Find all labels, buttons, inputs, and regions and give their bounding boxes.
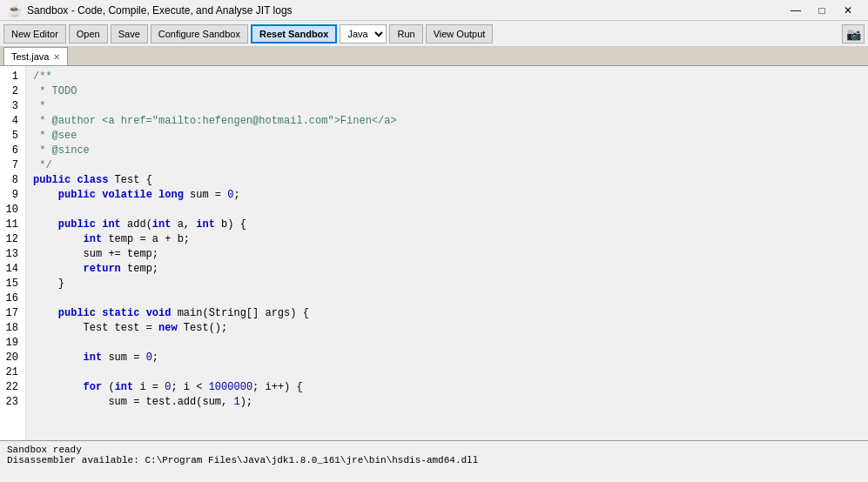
run-button[interactable]: Run [389, 24, 422, 44]
main-content: 1 2 3 4 5 6 7 8 9 10 11 12 13 14 15 16 1… [0, 66, 868, 482]
open-button[interactable]: Open [69, 24, 108, 44]
tabs-bar: Test.java ✕ [0, 47, 868, 66]
tab-label: Test.java [11, 51, 49, 62]
new-editor-button[interactable]: New Editor [3, 24, 66, 44]
minimize-button[interactable]: — [783, 2, 809, 19]
app-icon: ☕ [7, 3, 22, 17]
camera-button[interactable]: 📷 [842, 24, 865, 44]
code-editor[interactable]: /** * TODO * * @author <a href="mailto:h… [26, 66, 868, 440]
title-bar: ☕ Sandbox - Code, Compile, Execute, and … [0, 0, 868, 21]
configure-sandbox-button[interactable]: Configure Sandbox [151, 24, 248, 44]
status-bar: Sandbox ready Disassembler available: C:… [0, 440, 868, 482]
save-button[interactable]: Save [111, 24, 148, 44]
title-controls: — □ ✕ [783, 2, 861, 19]
tab-test-java[interactable]: Test.java ✕ [3, 47, 68, 65]
toolbar: New Editor Open Save Configure Sandbox R… [0, 21, 868, 47]
language-select[interactable]: Java [340, 24, 387, 44]
line-numbers: 1 2 3 4 5 6 7 8 9 10 11 12 13 14 15 16 1… [0, 66, 26, 440]
tab-close-icon[interactable]: ✕ [53, 52, 60, 62]
maximize-button[interactable]: □ [809, 2, 835, 19]
app-title: Sandbox - Code, Compile, Execute, and An… [27, 4, 293, 17]
view-output-button[interactable]: View Output [426, 24, 494, 44]
status-line-2: Disassembler available: C:\Program Files… [7, 455, 861, 465]
reset-sandbox-button[interactable]: Reset Sandbox [251, 24, 337, 44]
status-line-1: Sandbox ready [7, 445, 861, 455]
editor-wrapper: 1 2 3 4 5 6 7 8 9 10 11 12 13 14 15 16 1… [0, 66, 868, 440]
close-button[interactable]: ✕ [835, 2, 861, 19]
